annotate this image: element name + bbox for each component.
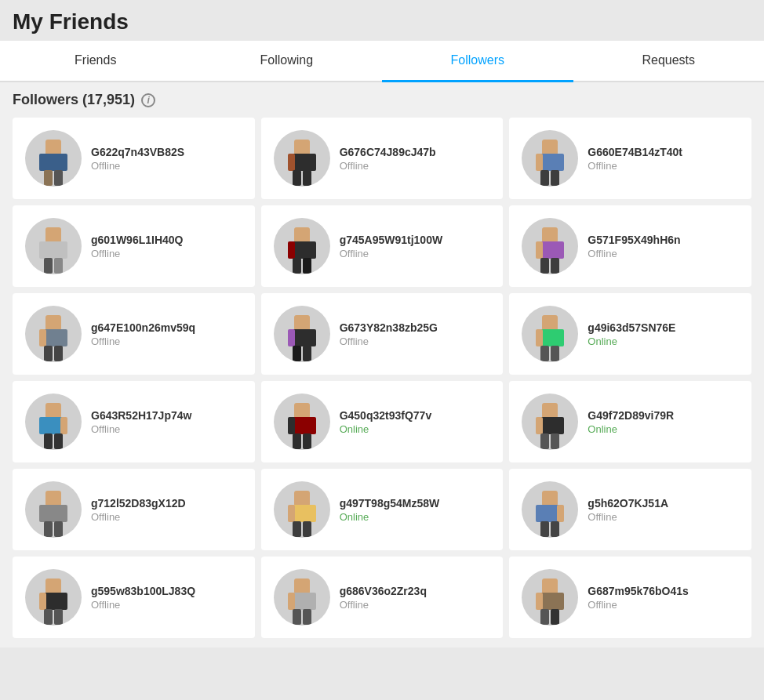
friend-name: g712l52D83gX12D — [91, 497, 186, 510]
avatar — [25, 569, 82, 626]
friend-info: g686V36o2Zr23q Offline — [340, 585, 427, 611]
friend-info: G49f72D89vi79R Online — [588, 409, 674, 435]
friend-card[interactable]: g647E100n26mv59q Offline — [13, 293, 255, 375]
friend-status: Offline — [588, 599, 688, 611]
friend-info: g497T98g54Mz58W Online — [340, 497, 440, 523]
friend-status: Offline — [91, 248, 184, 259]
avatar — [25, 394, 82, 450]
friend-name: g686V36o2Zr23q — [340, 585, 427, 597]
friend-card[interactable]: G687m95k76bO41s Offline — [509, 557, 751, 638]
friend-info: g601W96L1IH40Q Offline — [91, 234, 184, 259]
friend-card[interactable]: G660E74B14zT40t Offline — [509, 118, 751, 199]
avatar — [522, 569, 578, 626]
friend-card[interactable]: G622q7n43VB82S Offline — [13, 118, 255, 199]
friend-name: G643R52H17Jp74w — [91, 409, 191, 422]
friend-card[interactable]: G673Y82n38zb25G Offline — [261, 293, 504, 375]
friend-card[interactable]: G571F95X49hH6n Offline — [509, 205, 751, 287]
tab-friends[interactable]: Friends — [0, 41, 191, 82]
friends-grid: G622q7n43VB82S Offline G676C74J89cJ47b O… — [13, 118, 751, 638]
friend-name: g497T98g54Mz58W — [340, 497, 440, 510]
avatar — [25, 306, 82, 362]
friend-status: Offline — [340, 599, 427, 611]
friend-info: G622q7n43VB82S Offline — [91, 146, 184, 172]
friend-name: g601W96L1IH40Q — [91, 234, 184, 246]
friend-info: G673Y82n38zb25G Offline — [340, 321, 438, 347]
friend-status: Online — [340, 423, 432, 435]
tabs-bar: FriendsFollowingFollowersRequests — [0, 41, 764, 82]
friend-status: Online — [588, 335, 675, 347]
friend-info: G660E74B14zT40t Offline — [588, 146, 682, 172]
friend-card[interactable]: g712l52D83gX12D Offline — [13, 469, 255, 550]
friend-status: Offline — [340, 248, 443, 259]
friend-info: g5h62O7KJ51A Offline — [588, 497, 668, 523]
friend-info: G643R52H17Jp74w Offline — [91, 409, 191, 435]
friend-name: G450q32t93fQ77v — [340, 409, 432, 422]
avatar — [274, 218, 330, 274]
friend-status: Offline — [91, 335, 195, 347]
friend-card[interactable]: G676C74J89cJ47b Offline — [261, 118, 504, 199]
friend-name: g647E100n26mv59q — [91, 321, 195, 334]
tab-requests[interactable]: Requests — [573, 41, 765, 82]
friend-name: g49i63d57SN76E — [588, 321, 675, 334]
avatar — [522, 481, 578, 538]
info-icon[interactable]: i — [141, 93, 155, 107]
friend-card[interactable]: G49f72D89vi79R Online — [509, 381, 751, 462]
friend-status: Offline — [340, 160, 436, 172]
friend-name: g745A95W91tj100W — [340, 234, 443, 246]
friend-status: Offline — [91, 423, 191, 435]
avatar — [25, 218, 82, 274]
friend-info: g745A95W91tj100W Offline — [340, 234, 443, 259]
avatar — [274, 394, 330, 450]
friend-status: Offline — [588, 511, 668, 523]
friend-info: G676C74J89cJ47b Offline — [340, 146, 436, 172]
page-header: My Friends — [0, 0, 764, 41]
tab-following[interactable]: Following — [191, 41, 383, 82]
friend-card[interactable]: g497T98g54Mz58W Online — [261, 469, 504, 550]
avatar — [522, 130, 578, 187]
friend-info: g49i63d57SN76E Online — [588, 321, 675, 347]
friend-name: G673Y82n38zb25G — [340, 321, 438, 334]
friend-info: G450q32t93fQ77v Online — [340, 409, 432, 435]
friend-info: g712l52D83gX12D Offline — [91, 497, 186, 523]
friend-card[interactable]: g595w83b100LJ83Q Offline — [13, 557, 255, 638]
friend-card[interactable]: G450q32t93fQ77v Online — [261, 381, 504, 462]
friend-status: Offline — [340, 335, 438, 347]
friend-name: G49f72D89vi79R — [588, 409, 674, 422]
avatar — [25, 481, 82, 538]
friend-info: g647E100n26mv59q Offline — [91, 321, 195, 347]
friend-card[interactable]: g686V36o2Zr23q Offline — [261, 557, 504, 638]
friend-card[interactable]: g5h62O7KJ51A Offline — [509, 469, 751, 550]
friend-info: g595w83b100LJ83Q Offline — [91, 585, 195, 611]
friend-name: G676C74J89cJ47b — [340, 146, 436, 158]
friend-status: Online — [588, 423, 674, 435]
friend-card[interactable]: g49i63d57SN76E Online — [509, 293, 751, 375]
friend-status: Offline — [588, 248, 680, 259]
avatar — [274, 130, 330, 187]
friend-status: Offline — [91, 599, 195, 611]
friend-card[interactable]: g601W96L1IH40Q Offline — [13, 205, 255, 287]
friend-name: g595w83b100LJ83Q — [91, 585, 195, 597]
friend-name: G687m95k76bO41s — [588, 585, 688, 597]
content-area: Followers (17,951) i G622q7n43VB82S Offl… — [0, 82, 764, 647]
friend-info: G687m95k76bO41s Offline — [588, 585, 688, 611]
avatar — [274, 481, 330, 538]
friend-info: G571F95X49hH6n Offline — [588, 234, 680, 259]
avatar — [522, 394, 578, 450]
friend-status: Offline — [91, 511, 186, 523]
avatar — [274, 569, 330, 626]
friend-status: Offline — [91, 160, 184, 172]
avatar — [274, 306, 330, 362]
friend-name: G660E74B14zT40t — [588, 146, 682, 158]
friend-name: G622q7n43VB82S — [91, 146, 184, 158]
friend-status: Offline — [588, 160, 682, 172]
friend-name: g5h62O7KJ51A — [588, 497, 668, 510]
friend-card[interactable]: G643R52H17Jp74w Offline — [13, 381, 255, 462]
avatar — [522, 218, 578, 274]
friend-card[interactable]: g745A95W91tj100W Offline — [261, 205, 504, 287]
page-title: My Friends — [13, 9, 751, 34]
avatar — [522, 306, 578, 362]
followers-heading: Followers (17,951) i — [13, 92, 751, 108]
avatar — [25, 130, 82, 187]
tab-followers[interactable]: Followers — [382, 41, 573, 82]
friend-name: G571F95X49hH6n — [588, 234, 680, 246]
